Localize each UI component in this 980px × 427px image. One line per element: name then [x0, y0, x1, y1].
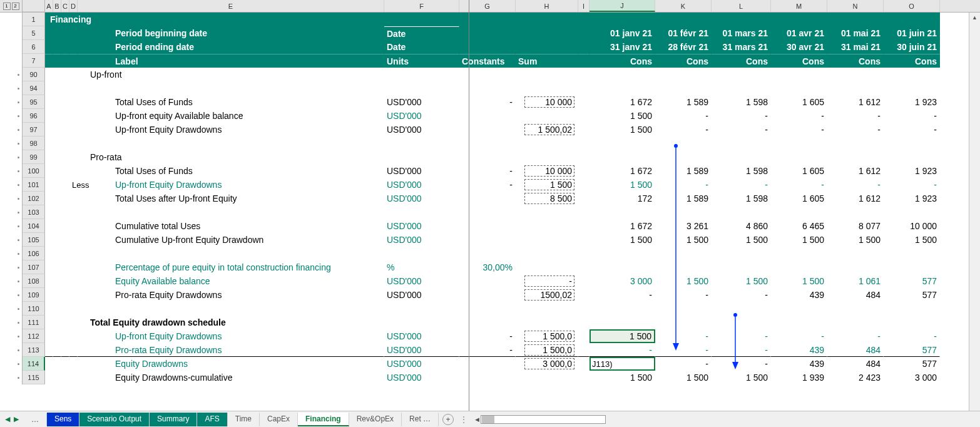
cell-E98[interactable] — [78, 136, 384, 150]
cell-I109[interactable] — [578, 288, 590, 302]
cell-H102[interactable]: 8 500 — [516, 192, 578, 205]
cell-H112[interactable]: 1 500,0 — [516, 329, 578, 343]
cell-D105[interactable] — [69, 233, 78, 247]
cell-J115[interactable]: 1 500 — [590, 371, 655, 384]
cell-H108[interactable]: - — [516, 274, 578, 288]
cell-N102[interactable]: 1 612 — [827, 192, 884, 205]
row-header-6[interactable]: 6 — [23, 40, 45, 54]
cell-O110[interactable] — [884, 302, 940, 316]
cell-G105[interactable] — [459, 233, 516, 247]
cell-L100[interactable]: 1 598 — [712, 164, 771, 178]
cell-M95[interactable]: 1 605 — [771, 95, 827, 109]
cell-A114[interactable] — [45, 357, 53, 371]
cell-C115[interactable] — [61, 371, 69, 384]
cell-G95[interactable]: - — [459, 95, 516, 109]
cell-O113[interactable]: 577 — [884, 343, 940, 357]
cell-E106[interactable] — [78, 247, 384, 260]
tab-overflow-left[interactable]: … — [24, 413, 47, 426]
row-header-5[interactable]: 5 — [23, 26, 45, 40]
cell-G107[interactable]: 30,00% — [459, 260, 516, 274]
cell-E108[interactable]: Equity Available balance — [78, 274, 384, 288]
cell-C100[interactable] — [61, 164, 69, 178]
cell-K113[interactable]: - — [655, 343, 712, 357]
cell-G106[interactable] — [459, 247, 516, 260]
cell-B111[interactable] — [53, 316, 61, 329]
row-header-95[interactable]: 95 — [23, 95, 45, 109]
cell-M114[interactable]: 439 — [771, 357, 827, 371]
cell-I95[interactable] — [578, 95, 590, 109]
cell-B5[interactable] — [53, 26, 61, 40]
cell-I101[interactable] — [578, 178, 590, 192]
row-header-114[interactable]: 114 — [23, 357, 45, 371]
cell-O111[interactable] — [884, 316, 940, 329]
cell-I6[interactable] — [578, 40, 590, 54]
cell-K99[interactable] — [655, 150, 712, 164]
cell-J105[interactable]: 1 500 — [590, 233, 655, 247]
cell-K5[interactable]: 01 févr 21 — [655, 26, 712, 40]
cell-G6[interactable] — [459, 40, 516, 54]
cell-I97[interactable] — [578, 123, 590, 136]
cell-M113[interactable]: 439 — [771, 343, 827, 357]
cell-F106[interactable] — [384, 247, 459, 260]
cell-N113[interactable]: 484 — [827, 343, 884, 357]
cell-K97[interactable]: - — [655, 123, 712, 136]
cell-D112[interactable] — [69, 329, 78, 343]
cell-M101[interactable]: - — [771, 178, 827, 192]
row-header-96[interactable]: 96 — [23, 109, 45, 123]
cell-A102[interactable] — [45, 192, 53, 205]
sheet-tab-financing[interactable]: Financing — [298, 413, 349, 426]
title-cell[interactable]: Financing — [45, 13, 940, 26]
cell-B113[interactable] — [53, 343, 61, 357]
cell-L99[interactable] — [712, 150, 771, 164]
cell-B94[interactable] — [53, 81, 61, 95]
cell-O104[interactable]: 10 000 — [884, 219, 940, 233]
scroll-left-icon[interactable]: ◀ — [474, 416, 481, 423]
outline-gutter-113[interactable] — [0, 343, 23, 357]
cell-A96[interactable] — [45, 109, 53, 123]
cell-O112[interactable]: - — [884, 329, 940, 343]
cell-I115[interactable] — [578, 371, 590, 384]
cell-L101[interactable]: - — [712, 178, 771, 192]
outline-gutter-95[interactable] — [0, 95, 23, 109]
column-header-K[interactable]: K — [655, 0, 712, 12]
cell-D107[interactable] — [69, 260, 78, 274]
cell-N101[interactable]: - — [827, 178, 884, 192]
outline-gutter-97[interactable] — [0, 123, 23, 136]
cell-D106[interactable] — [69, 247, 78, 260]
cell-L95[interactable]: 1 598 — [712, 95, 771, 109]
cell-N95[interactable]: 1 612 — [827, 95, 884, 109]
row-header-94[interactable]: 94 — [23, 81, 45, 95]
cell-K94[interactable] — [655, 81, 712, 95]
cell-E112[interactable]: Up-front Equity Drawdowns — [78, 329, 384, 343]
sheet-tab-scenario-output[interactable]: Scenario Output — [79, 413, 150, 426]
cell-B6[interactable] — [53, 40, 61, 54]
cell-G94[interactable] — [459, 81, 516, 95]
cell-H103[interactable] — [516, 205, 578, 219]
cell-J104[interactable]: 1 672 — [590, 219, 655, 233]
cell-O96[interactable]: - — [884, 109, 940, 123]
column-header-F[interactable]: F — [384, 0, 459, 12]
cell-A113[interactable] — [45, 343, 53, 357]
outline-gutter-111[interactable] — [0, 316, 23, 329]
cell-D97[interactable] — [69, 123, 78, 136]
cell-M104[interactable]: 6 465 — [771, 219, 827, 233]
cell-G101[interactable]: - — [459, 178, 516, 192]
cell-H105[interactable] — [516, 233, 578, 247]
column-header-N[interactable]: N — [827, 0, 884, 12]
cell-A109[interactable] — [45, 288, 53, 302]
column-header-E[interactable]: E — [78, 0, 384, 12]
column-header-A[interactable]: A — [45, 0, 53, 12]
cell-O109[interactable]: 577 — [884, 288, 940, 302]
cell-N108[interactable]: 1 061 — [827, 274, 884, 288]
cell-I94[interactable] — [578, 81, 590, 95]
cell-L113[interactable]: - — [712, 343, 771, 357]
row-header-113[interactable]: 113 — [23, 343, 45, 357]
cell-I114[interactable] — [578, 357, 590, 371]
outline-level-2[interactable]: 2 — [12, 3, 19, 10]
cell-K96[interactable]: - — [655, 109, 712, 123]
sheet-tab-rev-opex[interactable]: Rev&OpEx — [349, 413, 402, 426]
cell-B90[interactable] — [53, 68, 61, 81]
horizontal-scrollbar[interactable]: ◀ — [470, 415, 980, 424]
cell-K6[interactable]: 28 févr 21 — [655, 40, 712, 54]
cell-B99[interactable] — [53, 150, 61, 164]
